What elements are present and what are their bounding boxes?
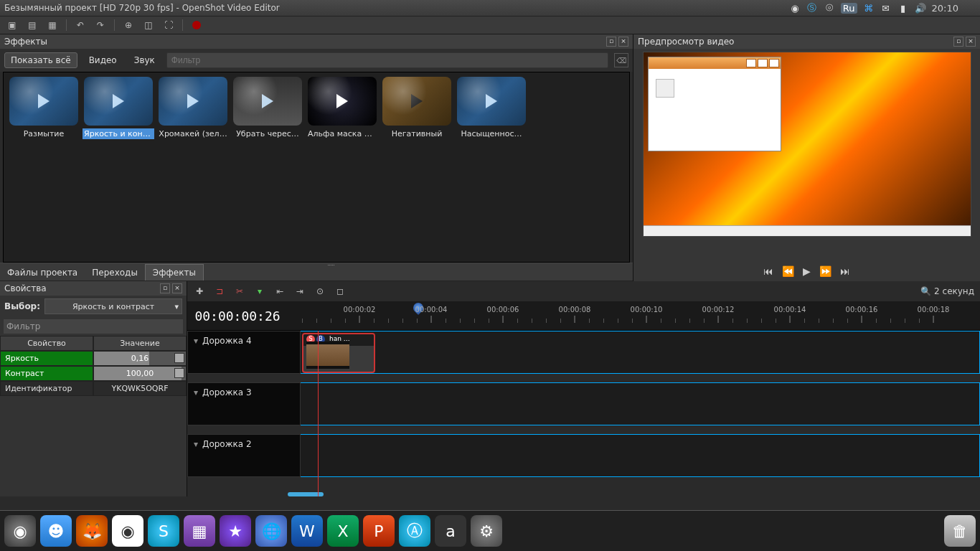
undock-icon[interactable]: ▫	[953, 37, 963, 47]
dock-excel-icon[interactable]: X	[327, 515, 359, 547]
effect-blur[interactable]: Размытие	[8, 77, 80, 258]
redo-icon[interactable]: ↷	[94, 19, 107, 32]
chevron-down-icon: ▾	[194, 387, 198, 397]
preview-viewport[interactable]	[643, 52, 971, 237]
effects-grid: Размытие Яркость и конт… Хромакей (зел… …	[3, 72, 630, 263]
rewind-icon[interactable]: ⏪	[782, 265, 794, 277]
track-header-3[interactable]: ▾Дорожка 3	[187, 382, 301, 425]
save-project-icon[interactable]: ▦	[46, 19, 59, 32]
dock-chrome-icon[interactable]: ◉	[112, 515, 143, 547]
undock-icon[interactable]: ▫	[606, 37, 616, 47]
jump-start-icon[interactable]: ⏮	[763, 265, 773, 277]
jump-end-icon[interactable]: ⏭	[840, 265, 850, 277]
snap-icon[interactable]: ⊐	[213, 286, 226, 297]
dock-finder-icon[interactable]: ☻	[40, 515, 72, 547]
separator	[114, 19, 115, 31]
playhead-line[interactable]	[318, 331, 319, 496]
keyboard-lang[interactable]: Ru	[841, 3, 857, 14]
tab-transitions[interactable]: Переходы	[85, 265, 145, 281]
undo-icon[interactable]: ↶	[74, 19, 87, 32]
apple-icon[interactable]	[964, 2, 976, 14]
effects-filter-input[interactable]	[166, 52, 608, 68]
tab-project-files[interactable]: Файлы проекта	[0, 265, 85, 281]
effect-alpha-mask[interactable]: Альфа маска и…	[306, 77, 378, 258]
skype-icon[interactable]: Ⓢ	[806, 2, 818, 14]
export-icon[interactable]	[190, 19, 203, 32]
track-body-3[interactable]	[301, 382, 980, 425]
keyframe-icon	[174, 353, 184, 363]
clock[interactable]: 20:10	[932, 3, 958, 14]
ruler-tick: 00:00:10	[631, 306, 663, 314]
add-track-icon[interactable]: ✚	[193, 286, 206, 297]
center-playhead-icon[interactable]: ⊙	[314, 286, 326, 297]
dock-browser-icon[interactable]: 🌐	[255, 515, 287, 547]
effect-negative[interactable]: Негативный	[381, 77, 453, 258]
timeline-ruler[interactable]: 00:00:00:26 00:00:0200:00:0400:00:0600:0…	[187, 301, 980, 331]
timeline-panel: ✚ ⊐ ✂ ▾ ⇤ ⇥ ⊙ ◻ 🔍 2 секунд 00:00:00:26 0…	[187, 281, 980, 496]
app-toolbar: ▣ ▤ ▦ ↶ ↷ ⊕ ◫ ⛶	[0, 17, 980, 34]
close-panel-icon[interactable]: ×	[618, 37, 628, 47]
property-target-select[interactable]: Яркость и контраст	[44, 298, 182, 314]
prop-brightness-value[interactable]: 0,16	[93, 351, 187, 366]
clear-filter-icon[interactable]: ⌫	[614, 53, 628, 67]
effect-brightness-contrast[interactable]: Яркость и конт…	[83, 77, 154, 258]
dock-ubuntu-icon[interactable]: ◉	[4, 515, 36, 547]
undock-icon[interactable]: ▫	[160, 283, 170, 293]
marker-icon[interactable]: ▾	[253, 286, 266, 297]
next-marker-icon[interactable]: ⇥	[293, 286, 306, 297]
tab-audio[interactable]: Звук	[128, 53, 161, 67]
profiles-icon[interactable]: ◫	[142, 19, 155, 32]
fullscreen-icon[interactable]: ⛶	[162, 19, 175, 32]
separator	[66, 19, 67, 31]
prop-contrast[interactable]: Контраст	[0, 366, 93, 381]
effect-deinterlace[interactable]: Убрать черес…	[232, 77, 303, 258]
razor-icon[interactable]: ✂	[233, 286, 246, 297]
panel-title: Эффекты	[4, 37, 47, 47]
tab-video[interactable]: Видео	[83, 53, 123, 67]
dock-powerpoint-icon[interactable]: P	[363, 515, 395, 547]
wifi-icon[interactable]: ⦾	[824, 2, 835, 14]
dock-amazon-icon[interactable]: a	[435, 515, 466, 547]
close-panel-icon[interactable]: ×	[966, 37, 976, 47]
zoom-icon[interactable]: 🔍	[920, 286, 931, 296]
tab-effects[interactable]: Эффекты	[145, 264, 204, 281]
dock-appstore-icon[interactable]: Ⓐ	[399, 515, 430, 547]
drag-handle[interactable]	[316, 265, 345, 268]
ruler-tick: 00:00:12	[702, 306, 735, 314]
zoom-tool-icon[interactable]: ◻	[334, 286, 347, 297]
track-body-2[interactable]	[301, 434, 980, 477]
close-panel-icon[interactable]: ×	[172, 283, 182, 293]
properties-filter-input[interactable]: Фильтр	[3, 319, 184, 334]
play-icon[interactable]: ▶	[803, 265, 811, 277]
open-project-icon[interactable]: ▤	[26, 19, 39, 32]
track-header-4[interactable]: ▾Дорожка 4	[187, 331, 301, 374]
effect-saturation[interactable]: Насыщеннос…	[456, 77, 527, 258]
ruler-tick: 00:00:06	[487, 306, 519, 314]
dock-trash-icon[interactable]: 🗑	[944, 515, 976, 547]
dock-screenshot-icon[interactable]: ▦	[184, 515, 215, 547]
panel-title: Свойства	[4, 283, 47, 293]
prop-id: Идентификатор	[0, 381, 93, 396]
dock-imovie-icon[interactable]: ★	[220, 515, 251, 547]
new-project-icon[interactable]: ▣	[6, 19, 19, 32]
prop-contrast-value[interactable]: 100,00	[93, 366, 187, 381]
volume-icon[interactable]: 🔊	[915, 2, 926, 14]
tab-show-all[interactable]: Показать всё	[4, 52, 77, 68]
import-icon[interactable]: ⊕	[122, 19, 135, 32]
battery-icon[interactable]: ▮	[897, 2, 909, 14]
dock-word-icon[interactable]: W	[291, 515, 323, 547]
dock-skype-icon[interactable]: S	[148, 515, 179, 547]
bluetooth-icon[interactable]: ⌘	[863, 2, 875, 14]
dock-firefox-icon[interactable]: 🦊	[76, 515, 108, 547]
mail-icon[interactable]: ✉	[880, 2, 892, 14]
effect-chromakey[interactable]: Хромакей (зел…	[157, 77, 229, 258]
track-body-4[interactable]: SBhan …	[301, 331, 980, 374]
prev-marker-icon[interactable]: ⇤	[273, 286, 286, 297]
panel-title: Предпросмотр видео	[638, 37, 734, 47]
chrome-icon[interactable]: ◉	[789, 2, 801, 14]
track-header-2[interactable]: ▾Дорожка 2	[187, 434, 301, 477]
prop-brightness[interactable]: Яркость	[0, 351, 93, 366]
dock-settings-icon[interactable]: ⚙	[471, 515, 502, 547]
fast-forward-icon[interactable]: ⏩	[819, 265, 831, 277]
timeline-clip[interactable]: SBhan …	[302, 333, 375, 373]
